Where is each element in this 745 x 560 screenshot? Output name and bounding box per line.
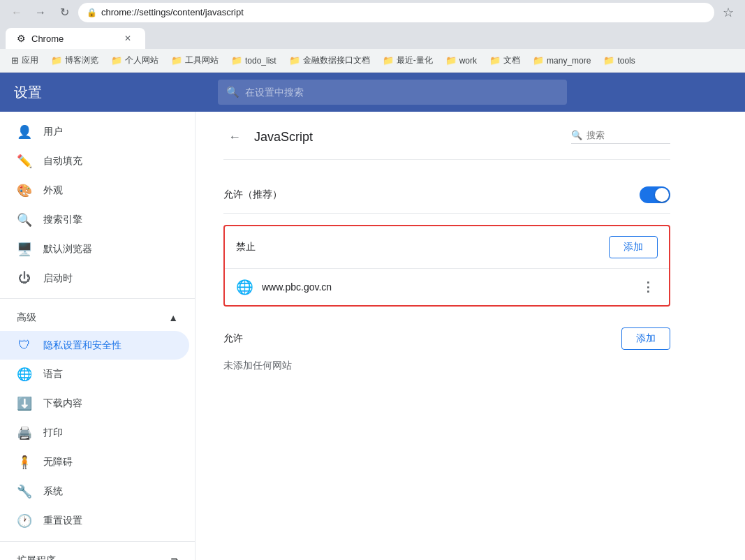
sidebar-label-print: 打印 — [43, 427, 63, 439]
tab-close-button[interactable]: ✕ — [121, 32, 134, 45]
sidebar-item-default-browser[interactable]: 🖥️ 默认浏览器 — [0, 235, 189, 264]
sidebar-divider-2 — [0, 541, 195, 542]
bookmark-finance[interactable]: 📁 金融数据接口文档 — [283, 52, 376, 69]
settings-header: 设置 🔍 — [0, 73, 745, 112]
folder-icon: 📁 — [489, 55, 501, 66]
sidebar-label-users: 用户 — [43, 126, 63, 138]
sidebar-item-print[interactable]: 🖨️ 打印 — [0, 418, 189, 448]
bookmarks-bar: ⊞ 应用 📁 博客浏览 📁 个人网站 📁 工具网站 📁 todo_list 📁 … — [0, 49, 745, 73]
main-area: 👤 用户 ✏️ 自动填充 🎨 外观 🔍 搜索引擎 🖥️ 默认浏览器 ⏻ 启动 — [0, 112, 745, 560]
block-section: 禁止 添加 🌐 www.pbc.gov.cn ⋮ — [223, 225, 670, 307]
bookmark-personal-site[interactable]: 📁 个人网站 — [105, 52, 164, 69]
settings-search-icon: 🔍 — [226, 86, 239, 98]
reload-button[interactable]: ↻ — [54, 3, 74, 22]
folder-icon: 📁 — [51, 55, 62, 66]
block-add-button[interactable]: 添加 — [609, 236, 658, 258]
allow-recommended-section: 允许（推荐） — [223, 177, 670, 214]
bookmark-many-more[interactable]: 📁 many_more — [527, 52, 596, 68]
sidebar-label-reset: 重置设置 — [43, 515, 82, 527]
sidebar-extensions-row[interactable]: 扩展程序 ⧉ — [0, 547, 195, 560]
allow-section-2: 允许 添加 未添加任何网站 — [223, 318, 670, 372]
allow-toggle[interactable] — [640, 186, 670, 203]
sidebar-label-startup: 启动时 — [43, 272, 73, 285]
folder-icon: 📁 — [603, 55, 614, 66]
bookmark-recent[interactable]: 📁 最近-量化 — [377, 52, 438, 69]
back-button[interactable]: ← — [223, 126, 246, 148]
apps-icon: ⊞ — [11, 55, 19, 66]
bookmark-todo-label: todo_list — [245, 56, 276, 66]
forward-nav-button[interactable]: → — [31, 3, 50, 22]
default-browser-icon: 🖥️ — [17, 242, 32, 257]
bookmark-todo[interactable]: 📁 todo_list — [226, 52, 282, 68]
tab-bar: ⚙ Chrome ✕ — [0, 24, 745, 49]
page-title: JavaScript — [254, 130, 313, 145]
sidebar-item-accessibility[interactable]: 🧍 无障碍 — [0, 448, 189, 477]
bookmark-apps-label: 应用 — [22, 54, 38, 66]
bookmark-finance-label: 金融数据接口文档 — [303, 54, 370, 66]
page-search-bar[interactable]: 🔍 — [571, 130, 670, 144]
sidebar-item-system[interactable]: 🔧 系统 — [0, 477, 189, 506]
search-engine-icon: 🔍 — [17, 212, 32, 228]
sidebar-item-autofill[interactable]: ✏️ 自动填充 — [0, 147, 189, 176]
site-url: www.pbc.gov.cn — [262, 281, 630, 293]
browser-titlebar: ← → ↻ 🔒 chrome://settings/content/javasc… — [0, 0, 745, 24]
bookmark-apps[interactable]: ⊞ 应用 — [6, 52, 44, 69]
bookmark-many-more-label: many_more — [547, 56, 591, 66]
site-globe-icon: 🌐 — [236, 279, 253, 295]
appearance-icon: 🎨 — [17, 183, 32, 198]
bookmark-tools-final-label: tools — [617, 56, 635, 66]
system-icon: 🔧 — [17, 484, 32, 499]
page-search-input[interactable] — [587, 130, 670, 140]
sidebar-label-default-browser: 默认浏览器 — [43, 243, 92, 256]
allow-section2-header: 允许 添加 — [223, 318, 670, 360]
reset-icon: 🕐 — [17, 513, 32, 529]
bookmark-personal-label: 个人网站 — [125, 54, 158, 66]
sidebar-label-appearance: 外观 — [43, 184, 63, 197]
bookmark-docs-label: 文档 — [503, 54, 520, 66]
folder-icon: 📁 — [533, 55, 544, 66]
bookmark-work[interactable]: 📁 work — [440, 52, 482, 68]
tab-favicon: ⚙ — [17, 33, 26, 44]
allow-recommended-label: 允许（推荐） — [223, 189, 282, 201]
page-header-left: ← JavaScript — [223, 126, 313, 148]
sidebar-item-startup[interactable]: ⏻ 启动时 — [0, 264, 189, 293]
sidebar-item-users[interactable]: 👤 用户 — [0, 117, 189, 147]
address-bar[interactable]: 🔒 chrome://settings/content/javascript — [78, 3, 714, 22]
settings-search-bar[interactable]: 🔍 — [218, 80, 567, 105]
sidebar-item-download[interactable]: ⬇️ 下载内容 — [0, 389, 189, 418]
address-text: chrome://settings/content/javascript — [101, 7, 244, 17]
sidebar-label-language: 语言 — [43, 368, 63, 381]
shield-icon: 🛡 — [17, 338, 32, 353]
folder-icon: 📁 — [445, 55, 457, 66]
sidebar-item-search[interactable]: 🔍 搜索引擎 — [0, 205, 189, 235]
empty-text: 未添加任何网站 — [223, 354, 292, 376]
bookmark-tools[interactable]: 📁 tools — [598, 52, 640, 68]
site-menu-button[interactable]: ⋮ — [638, 277, 658, 297]
site-row: 🌐 www.pbc.gov.cn ⋮ — [225, 269, 669, 305]
user-icon: 👤 — [17, 124, 32, 140]
sidebar-divider — [0, 298, 195, 299]
settings-search-input[interactable] — [245, 87, 559, 98]
bookmark-tools-site[interactable]: 📁 工具网站 — [165, 52, 224, 69]
allow-add-button[interactable]: 添加 — [621, 327, 670, 350]
sidebar-item-appearance[interactable]: 🎨 外观 — [0, 176, 189, 205]
back-nav-button[interactable]: ← — [7, 3, 27, 22]
bookmark-docs[interactable]: 📁 文档 — [484, 52, 526, 69]
sidebar-advanced-section[interactable]: 高级 ▲ — [0, 304, 195, 331]
download-icon: ⬇️ — [17, 396, 32, 411]
external-link-icon: ⧉ — [171, 555, 178, 561]
bookmark-bloger-label: 博客浏览 — [65, 54, 98, 66]
empty-sites-message: 未添加任何网站 — [223, 360, 670, 372]
bookmark-work-label: work — [459, 56, 477, 66]
startup-icon: ⏻ — [17, 271, 32, 286]
sidebar-item-language[interactable]: 🌐 语言 — [0, 360, 189, 389]
bookmark-bloger[interactable]: 📁 博客浏览 — [45, 52, 104, 69]
sidebar-item-privacy[interactable]: 🛡 隐私设置和安全性 — [0, 331, 189, 360]
page-header: ← JavaScript 🔍 — [223, 126, 670, 160]
folder-icon: 📁 — [289, 55, 300, 66]
bookmark-star-button[interactable]: ☆ — [718, 3, 738, 22]
sidebar-item-reset[interactable]: 🕐 重置设置 — [0, 506, 189, 536]
sidebar-label-download: 下载内容 — [43, 397, 82, 410]
content-inner: ← JavaScript 🔍 允许（推荐） 禁止 — [196, 112, 698, 386]
active-tab[interactable]: ⚙ Chrome ✕ — [6, 28, 145, 49]
